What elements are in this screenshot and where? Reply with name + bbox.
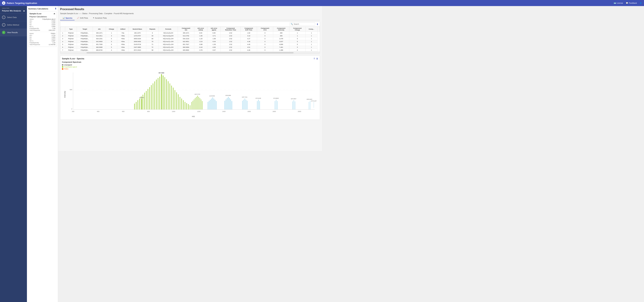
col-formula[interactable]: Formula xyxy=(158,27,178,32)
cell-comp-int: 490 xyxy=(273,32,289,34)
table-row[interactable]: 5 Polymer Polyethyle... 651.7636 5 +5Na … xyxy=(60,43,320,46)
col-comp-dt[interactable]: ComponentDrift Time xyxy=(241,27,257,32)
expand-icon[interactable]: ⇕ xyxy=(314,57,315,60)
col-comp-count[interactable]: Comp... xyxy=(306,27,317,32)
cell-charge: 5 xyxy=(106,40,117,43)
cell-comp-dt: 3.10 xyxy=(241,34,257,37)
svg-rect-98 xyxy=(295,101,295,109)
svg-rect-37 xyxy=(168,81,168,109)
svg-rect-94 xyxy=(277,101,278,109)
polymer1-polydispersity-row: Polydispersity: 1.04 xyxy=(30,27,56,29)
table-row[interactable]: 7 Polymer Polyethyle... 665.8720 4 +4Na … xyxy=(60,49,320,52)
col-neutral-mass[interactable]: Neutral Mass xyxy=(128,27,146,32)
col-target[interactable]: Target xyxy=(77,27,93,32)
col-comp-int[interactable]: ComponentIntensity xyxy=(273,27,289,32)
cell-mz: 665.8720 xyxy=(93,49,106,52)
sidebar-item-define-method[interactable]: ✓ Define Method xyxy=(0,21,27,29)
col-charge[interactable]: Charge xyxy=(106,27,117,32)
svg-rect-71 xyxy=(215,100,215,109)
col-mz[interactable]: m/z xyxy=(93,27,106,32)
svg-rect-45 xyxy=(181,98,182,109)
sample-card: Sample A.csv ⏶ Polymer Calculations: Nam… xyxy=(28,11,56,47)
cell-neutral-mass: 3099.8456 xyxy=(128,40,146,43)
cell-mz: 305.1571 xyxy=(93,32,106,34)
svg-text:200: 200 xyxy=(72,111,74,112)
svg-text:2175.1197: 2175.1197 xyxy=(311,100,316,102)
svg-text:2025.0425: 2025.0425 xyxy=(306,99,312,100)
collapse-icon[interactable]: ⏶ xyxy=(53,12,56,15)
polymer2-mrc-row: Mrc: 3,724 xyxy=(30,34,56,36)
chart-container[interactable]: Intensity m/z 0 5e5 200 400 600 800 1000 xyxy=(62,71,318,118)
cell-mz: 651.7636 xyxy=(93,43,106,46)
download-spectrum-icon[interactable]: ⬇ xyxy=(316,57,318,60)
col-comp-chg[interactable]: ComponentCharge xyxy=(289,27,306,32)
cell-comp-rt: 2.52 xyxy=(221,34,241,37)
search-input[interactable] xyxy=(294,23,314,25)
table-hscroll[interactable] xyxy=(60,52,320,54)
cell-repeats: 58 xyxy=(146,49,158,52)
col-adduct[interactable]: Adduct xyxy=(117,27,128,32)
tab-drift-plots[interactable]: 📈 Drift Plots xyxy=(74,16,90,20)
row-num: 3 xyxy=(60,37,65,40)
table-row[interactable]: 2 Polymer Polyethyle... 513.2811 3 +3Na … xyxy=(60,34,320,37)
col-comp-mz[interactable]: Componentm/z xyxy=(178,27,194,32)
svg-rect-56 xyxy=(194,99,194,109)
svg-rect-69 xyxy=(212,97,213,109)
cell-neutral-mass: 3187.8980 xyxy=(128,46,146,49)
svg-rect-82 xyxy=(242,101,243,109)
svg-rect-20 xyxy=(139,98,140,109)
table-row[interactable]: 6 Polymer Polyethyle... 660.5688 5 +5Na … xyxy=(60,46,320,49)
col-mz-err-ppm[interactable]: m/z error(ppm) xyxy=(207,27,221,32)
sidebar-item-view-results[interactable]: ✓ View Results xyxy=(0,29,27,36)
cell-target: Polyethyle... xyxy=(77,32,93,34)
table-row[interactable]: 1 Polymer Polyethyle... 305.1571 1 +Na 2… xyxy=(60,32,320,34)
polymer-calc-section-label: Polymer Calculations: xyxy=(30,16,56,18)
cell-comp-ccs: 0 xyxy=(257,43,273,46)
cell-repeats: 33 xyxy=(146,34,158,37)
polymer1-name-row: Name: Polyethylene glycol xyxy=(30,18,56,20)
cell-comp-chg: 5 xyxy=(289,43,306,46)
col-type[interactable]: Type xyxy=(65,27,77,32)
sidebar-item-label: View Results xyxy=(7,31,18,33)
spectrum-header: Sample A.csv - Spectra ⇕ ⬇ xyxy=(62,57,318,60)
table-row[interactable]: 3 Polymer Polyethyle... 634.1531 5 +5Na … xyxy=(60,37,320,40)
col-comp-ccs[interactable]: ComponentCCS xyxy=(257,27,273,32)
svg-text:897.0080: 897.0080 xyxy=(158,72,164,74)
cell-comp-count: 1 xyxy=(306,37,317,40)
svg-rect-57 xyxy=(195,98,196,109)
cell-adduct: +5Na xyxy=(117,40,128,43)
col-mz-err-mda[interactable]: m/z error(mDa) xyxy=(194,27,207,32)
table-scroll-area[interactable]: Type Target m/z Charge Adduct Neutral Ma… xyxy=(60,26,320,52)
cell-comp-count: 1 xyxy=(306,32,317,34)
download-summary-icon[interactable]: ⬇ xyxy=(55,7,56,10)
download-table-icon[interactable]: ⬇ xyxy=(316,23,318,25)
row-num: 4 xyxy=(60,40,65,43)
svg-rect-89 xyxy=(258,100,259,109)
cell-comp-ccs: 0 xyxy=(257,46,273,49)
svg-rect-30 xyxy=(156,79,157,109)
results-table-container: 🔍 ⬇ Type Target m/z Charge Adduct Neutra… xyxy=(60,22,320,54)
cell-charge: 5 xyxy=(106,37,117,40)
cell-mz-err-mda: -0.88 xyxy=(194,43,207,46)
col-comp-rt[interactable]: ComponentRetention Time xyxy=(221,27,241,32)
tab-kendrick-plots[interactable]: ✦ Kendrick Plots xyxy=(90,16,109,20)
svg-rect-72 xyxy=(216,101,216,109)
cell-mz: 660.5688 xyxy=(93,46,106,49)
tab-spectra[interactable]: 📊 Spectra xyxy=(60,16,74,20)
col-repeats[interactable]: Repeats xyxy=(146,27,158,32)
polymer1-mz-row: Mz: 3,524 xyxy=(30,24,56,25)
svg-rect-32 xyxy=(160,77,160,109)
cell-comp-count: 1 xyxy=(306,46,317,49)
table-row[interactable]: 4 Polymer Polyethyle... 642.9583 5 +5Na … xyxy=(60,40,320,43)
svg-rect-90 xyxy=(260,101,260,109)
cell-formula: H(C₂H₄O)₅₈OH xyxy=(158,49,178,52)
svg-rect-40 xyxy=(173,88,174,109)
cell-comp-ccs: 0 xyxy=(257,34,273,37)
component-spectrum-title: Component Spectrum xyxy=(62,61,318,63)
svg-text:600: 600 xyxy=(122,111,124,112)
sidebar-item-select-data[interactable]: ✓ Select Data xyxy=(0,14,27,21)
svg-rect-17 xyxy=(134,104,135,109)
svg-text:1457.7441: 1457.7441 xyxy=(242,96,247,98)
polymer2-total-response-row: Total Response: 11746795 xyxy=(30,44,56,45)
cell-comp-int: 4,806 xyxy=(273,43,289,46)
